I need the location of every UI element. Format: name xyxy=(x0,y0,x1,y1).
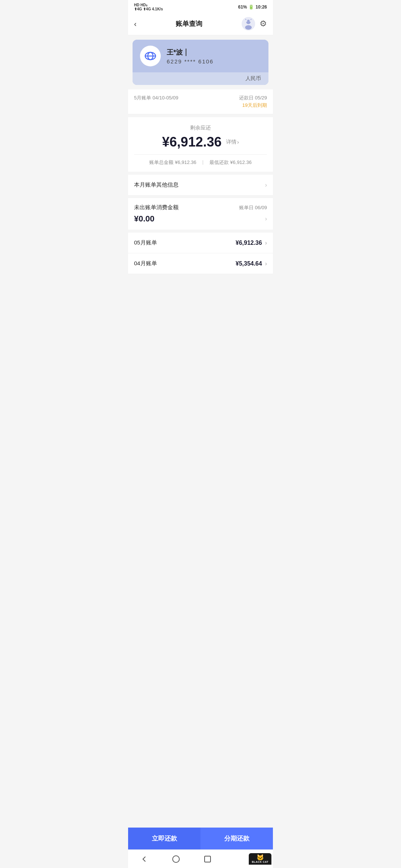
other-info-right: › xyxy=(265,182,267,188)
month-bill-row-05[interactable]: 05月账单 ¥6,912.36 › xyxy=(128,233,273,253)
card-top: 王*波 6229 **** 6106 xyxy=(133,40,268,72)
balance-section: 剩余应还 ¥6,912.36 详情 › 账单总金额 ¥6,912.36 | 最低… xyxy=(128,117,273,172)
svg-point-2 xyxy=(245,25,252,30)
unpaid-amount: ¥0.00 xyxy=(134,214,154,224)
unpaid-title: 未出账单消费金额 xyxy=(134,204,179,211)
bill-period-right: 还款日 05/29 19天后到期 xyxy=(239,95,267,109)
divider: | xyxy=(202,159,203,166)
chevron-right-icon: › xyxy=(265,216,267,222)
settings-icon[interactable]: ⚙ xyxy=(260,19,267,29)
cursor xyxy=(186,49,186,56)
card-section: 王*波 6229 **** 6106 人民币 xyxy=(133,40,268,85)
bank-logo xyxy=(140,46,161,66)
time: 10:26 xyxy=(255,4,267,10)
page-title: 账单查询 xyxy=(176,19,202,28)
back-button[interactable]: ‹ xyxy=(134,20,137,28)
other-info-section: 本月账单其他信息 › xyxy=(128,175,273,195)
chevron-right-icon: › xyxy=(265,240,267,246)
chevron-right-icon: › xyxy=(265,182,267,188)
page-header: ‹ 账单查询 ⚙ xyxy=(128,13,273,35)
bill-period: 5月账单 04/10-05/09 还款日 05/29 19天后到期 xyxy=(128,89,273,114)
month-bills: 05月账单 ¥6,912.36 › 04月账单 ¥5,354.64 › xyxy=(128,233,273,274)
signal-speed: ⬆4G ⬆4G 4.1K/s xyxy=(134,7,163,11)
min-pay-label: 最低还款 ¥6,912.36 xyxy=(209,159,251,166)
status-left: HD HD₂ ⬆4G ⬆4G 4.1K/s xyxy=(134,3,163,11)
card-currency: 人民币 xyxy=(133,72,268,85)
month-label-04: 04月账单 xyxy=(134,260,157,267)
avatar-icon[interactable] xyxy=(242,17,255,30)
other-info-row[interactable]: 本月账单其他信息 › xyxy=(128,175,273,195)
battery-icon: 🔋 xyxy=(248,4,254,10)
due-days: 19天后到期 xyxy=(239,102,267,109)
balance-amount: ¥6,912.36 xyxy=(162,134,222,150)
bill-period-left: 5月账单 04/10-05/09 xyxy=(134,95,178,101)
card-info: 王*波 6229 **** 6106 xyxy=(167,48,213,65)
status-right: 61% 🔋 10:26 xyxy=(238,4,267,10)
month-amount-05: ¥6,912.36 › xyxy=(235,240,267,246)
month-bill-row-04[interactable]: 04月账单 ¥5,354.64 › xyxy=(128,253,273,274)
balance-sub: 账单总金额 ¥6,912.36 | 最低还款 ¥6,912.36 xyxy=(134,154,267,166)
balance-row: ¥6,912.36 详情 › xyxy=(134,134,267,150)
balance-label: 剩余应还 xyxy=(134,125,267,131)
chevron-right-icon: › xyxy=(265,260,267,267)
battery-percent: 61% xyxy=(238,4,247,10)
chevron-right-icon: › xyxy=(237,139,239,145)
card-holder-name: 王*波 xyxy=(167,48,213,57)
unpaid-date: 账单日 06/09 xyxy=(239,204,267,211)
unpaid-section: 未出账单消费金额 账单日 06/09 ¥0.00 › xyxy=(128,198,273,230)
month-label-05: 05月账单 xyxy=(134,239,157,246)
hd-label: HD HD₂ xyxy=(134,3,163,7)
other-info-label: 本月账单其他信息 xyxy=(134,181,179,188)
card-number: 6229 **** 6106 xyxy=(167,58,213,65)
total-label: 账单总金额 ¥6,912.36 xyxy=(149,159,196,166)
due-date: 还款日 05/29 xyxy=(239,95,267,101)
status-bar: HD HD₂ ⬆4G ⬆4G 4.1K/s 61% 🔋 10:26 xyxy=(128,0,273,13)
unpaid-amount-row[interactable]: ¥0.00 › xyxy=(134,214,267,224)
header-icons: ⚙ xyxy=(242,17,267,30)
unpaid-header: 未出账单消费金额 账单日 06/09 xyxy=(134,204,267,211)
detail-link[interactable]: 详情 › xyxy=(226,139,239,145)
month-amount-04: ¥5,354.64 › xyxy=(235,260,267,267)
